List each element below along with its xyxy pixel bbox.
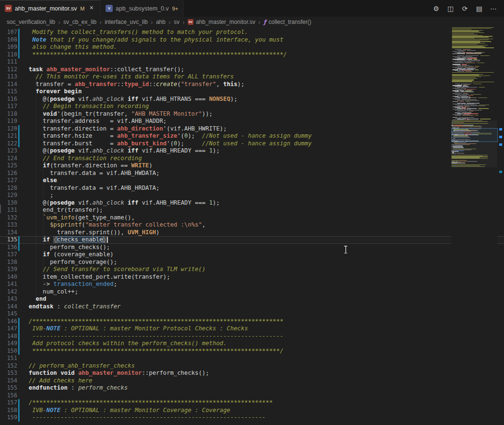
code-text[interactable]: end_tr(transfer); — [20, 207, 103, 214]
code-token[interactable]: collect_transfer — [64, 303, 120, 310]
code-token[interactable]: ahb_master_monitor — [46, 66, 110, 73]
code-token[interactable]: perform_checks — [78, 384, 128, 391]
code-token[interactable]: ahb_clock — [92, 199, 124, 206]
code-line[interactable]: 119 transfer.address = vif.AHB_HADDR; — [0, 118, 504, 125]
code-line[interactable]: 142 num_col++; — [0, 288, 504, 296]
code-token[interactable] — [29, 221, 50, 228]
code-token[interactable]: Modify the collect_transfers() method to… — [29, 29, 248, 35]
code-line[interactable]: 113 // This monitor re-uses its data ite… — [0, 73, 504, 81]
code-line[interactable]: 149 Add protocol checks within the perfo… — [0, 340, 504, 348]
code-line[interactable]: 118 void'(begin_tr(transfer, "AHB MASTER… — [0, 110, 504, 118]
code-line[interactable]: 144endtask : collect_transfer — [0, 303, 504, 311]
code-line[interactable]: 138 perform_coverage(); — [0, 259, 504, 266]
code-token[interactable]: @( — [29, 199, 50, 206]
code-token[interactable]: /***************************************… — [29, 318, 283, 325]
code-token[interactable] — [29, 73, 36, 80]
code-line[interactable]: 133 $psprintf("master transfer collected… — [0, 221, 504, 229]
code-text[interactable]: if (checks_enable) — [20, 236, 108, 244]
code-token[interactable] — [29, 177, 43, 184]
code-text[interactable]: // perform_ahb_transfer_checks — [20, 362, 135, 370]
code-line[interactable]: 124 // End transaction recording — [0, 155, 504, 163]
code-text[interactable]: // Begin transaction recording — [20, 103, 149, 110]
code-line[interactable]: 143 end — [0, 295, 504, 303]
code-text[interactable]: Note that if you change/add signals to t… — [20, 36, 283, 44]
code-token[interactable]: ahb_clock — [92, 96, 124, 102]
code-token[interactable]: ahb_transfer — [75, 81, 117, 87]
code-token[interactable]: ); — [237, 81, 245, 87]
code-line[interactable]: 141 -> transaction_ended; — [0, 281, 504, 288]
code-token[interactable]: /***************************************… — [29, 399, 273, 406]
code-line[interactable]: 111 — [0, 58, 504, 66]
code-token[interactable]: create — [156, 81, 177, 87]
code-line[interactable]: 150 ************************************… — [0, 348, 504, 355]
code-text[interactable]: if(transfer.direction == WRITE) — [20, 162, 152, 170]
code-text[interactable]: else — [20, 177, 57, 185]
code-token[interactable] — [29, 110, 43, 117]
code-text[interactable]: item_collected_port.write(transfer); — [20, 273, 170, 281]
code-token[interactable]: '(vif.AHB_HWRITE); — [163, 125, 226, 132]
code-text[interactable]: ; — [20, 192, 54, 199]
code-text[interactable]: transfer = ahb_transfer::type_id::create… — [20, 81, 245, 88]
code-token[interactable]: this — [223, 81, 237, 87]
code-token[interactable]: , — [216, 81, 223, 87]
code-token[interactable]: ****************************************… — [29, 51, 287, 58]
code-line[interactable]: 154// Add checks here — [0, 377, 504, 385]
code-token[interactable] — [50, 236, 53, 243]
code-token[interactable]: @( — [29, 147, 50, 154]
settings-gear-icon[interactable]: ⚙ — [430, 3, 442, 14]
code-text[interactable]: perform_checks(); — [20, 244, 110, 251]
code-token[interactable]: 1 — [209, 147, 213, 154]
code-token[interactable]: ----------------------------------------… — [29, 333, 283, 339]
code-text[interactable]: num_col++; — [20, 288, 78, 296]
code-text[interactable]: endtask : collect_transfer — [20, 303, 121, 311]
code-token[interactable]: item_collected_port.write(transfer); — [29, 273, 170, 280]
code-line[interactable]: 127 else — [0, 177, 504, 185]
code-text[interactable] — [20, 58, 29, 66]
code-line[interactable]: 110 ************************************… — [0, 51, 504, 59]
code-token[interactable]: (transfer.direction == — [50, 162, 131, 169]
code-line[interactable]: 158 IVB-NOTE : OPTIONAL : master Monitor… — [0, 407, 504, 414]
code-token[interactable]: transfer.address = vif.AHB_HADDR; — [29, 118, 167, 124]
breadcrumb-item-interface-uvc-lib[interactable]: interface_uvc_lib — [105, 19, 148, 25]
code-token[interactable]: @( — [29, 96, 50, 102]
code-text[interactable]: IVB-NOTE : OPTIONAL : master Monitor Cov… — [20, 407, 230, 414]
code-token[interactable]: transfer.burst = — [29, 140, 117, 147]
code-token[interactable]: function — [29, 370, 57, 376]
code-line[interactable]: 151 — [0, 355, 504, 362]
code-token[interactable]: vif. — [75, 199, 92, 206]
code-text[interactable]: transfer.burst = ahb_burst_kind'(0); //N… — [20, 140, 311, 148]
code-token[interactable]: //Not used - hance assign dummy — [202, 132, 312, 139]
code-line[interactable]: 135 if (checks_enable) — [0, 236, 504, 244]
code-line[interactable]: 129 ; — [0, 192, 504, 199]
code-token[interactable]: also change this method. — [29, 44, 117, 50]
code-token[interactable]: ahb_clock — [92, 147, 124, 154]
code-line[interactable]: 121 transfer.hsize = ahb_transfer_size'(… — [0, 132, 504, 140]
code-token[interactable]: // Begin transaction recording — [43, 103, 149, 109]
code-line[interactable]: 116 @(posedge vif.ahb_clock iff vif.AHB_… — [0, 96, 504, 103]
code-token[interactable]: ahb_master_monitor — [78, 370, 142, 376]
code-token[interactable]: vif.AHB_HREADY === — [139, 147, 209, 154]
code-line[interactable]: 146/************************************… — [0, 318, 504, 326]
minimap[interactable] — [451, 27, 497, 425]
code-text[interactable]: transfer.hsize = ahb_transfer_size'(0); … — [20, 132, 311, 140]
code-token[interactable]: (coverage_enable) — [50, 251, 113, 258]
code-token[interactable]: vif.AHB_HTRANS === — [139, 96, 209, 102]
code-text[interactable]: /***************************************… — [20, 399, 273, 407]
code-token[interactable]: end_tr(transfer); — [29, 207, 103, 213]
code-token[interactable]: IVB- — [29, 325, 46, 332]
code-token[interactable] — [75, 370, 78, 376]
code-token[interactable]: ****************************************… — [29, 348, 283, 354]
code-token[interactable]: `uvm_info — [43, 214, 75, 221]
code-text[interactable]: -> transaction_ended; — [20, 281, 117, 288]
code-text[interactable]: endfunction : perform_checks — [20, 384, 128, 392]
code-token[interactable]: Add protocol checks within the perform_c… — [29, 340, 227, 347]
code-token[interactable] — [29, 236, 43, 243]
code-token[interactable] — [61, 88, 64, 95]
code-text[interactable]: Modify the collect_transfers() method to… — [20, 29, 248, 36]
code-text[interactable]: ----------------------------------------… — [20, 333, 283, 340]
code-token[interactable]: iff — [128, 96, 138, 102]
code-token[interactable]: ahb_direction — [117, 125, 163, 132]
code-token[interactable]: "master transfer collected :\n%s" — [85, 221, 202, 228]
code-token[interactable]: void — [43, 110, 57, 117]
code-line[interactable]: 122 transfer.burst = ahb_burst_kind'(0);… — [0, 140, 504, 148]
